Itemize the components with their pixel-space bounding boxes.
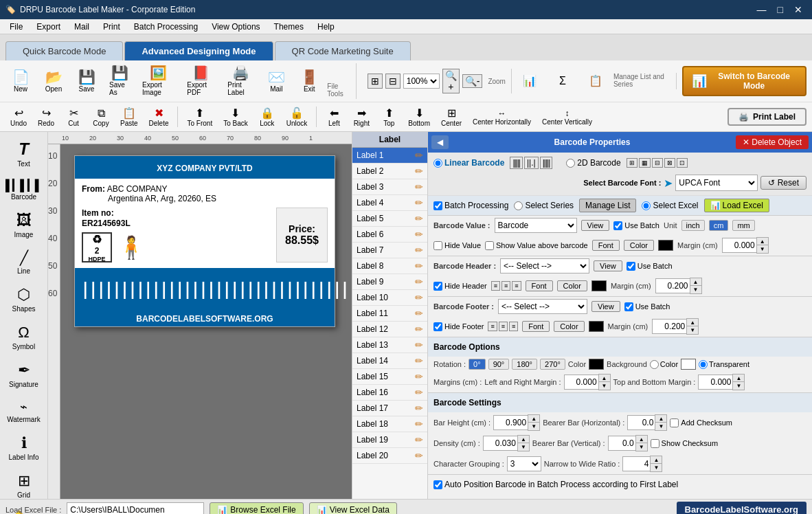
export-image-button[interactable]: 🖼️ Export Image	[137, 63, 179, 99]
view-excel-btn[interactable]: 📊 View Excel Data	[309, 502, 397, 515]
footer-margin-input[interactable]	[652, 319, 686, 334]
header-align-center[interactable]: ≡	[501, 281, 510, 291]
label-20-edit-icon[interactable]: ✏	[415, 450, 423, 461]
window-controls[interactable]: — □ ✕	[753, 4, 807, 15]
menu-batch[interactable]: Batch Processing	[127, 21, 205, 33]
hide-header-checkbox[interactable]: Hide Header	[433, 282, 487, 291]
bearer-v-up[interactable]: ▲	[636, 436, 647, 443]
use-batch-value-checkbox[interactable]: Use Batch	[613, 221, 659, 230]
barcode-footer-view-btn[interactable]: View	[591, 301, 620, 312]
save-as-button[interactable]: 💾 Save As	[104, 63, 135, 99]
header-color-btn[interactable]: Color	[557, 280, 587, 291]
menu-export[interactable]: Export	[30, 21, 67, 33]
bar-height-down[interactable]: ▼	[528, 423, 539, 430]
label-item-6[interactable]: Label 6✏	[352, 227, 427, 243]
label-item-14[interactable]: Label 14✏	[352, 353, 427, 369]
header-font-btn[interactable]: Font	[526, 280, 553, 291]
paste-btn[interactable]: 📋 Paste	[115, 104, 143, 130]
zoom-in-btn[interactable]: 🔍+	[442, 69, 460, 93]
back-button[interactable]: ◀	[431, 135, 449, 149]
barcode-font-select[interactable]: UPCA Font EAN13 Font Code128 Font	[675, 175, 758, 191]
label-item-17[interactable]: Label 17✏	[352, 401, 427, 416]
align-right-btn[interactable]: ➡ Right	[348, 104, 374, 130]
rot-90-btn[interactable]: 90°	[488, 359, 510, 370]
label-item-7[interactable]: Label 7✏	[352, 243, 427, 258]
label-15-edit-icon[interactable]: ✏	[415, 371, 423, 382]
bearer-v-down[interactable]: ▼	[636, 443, 647, 451]
delete-btn[interactable]: ✖ Delete	[144, 104, 174, 130]
label-19-edit-icon[interactable]: ✏	[415, 434, 423, 445]
bar-height-input[interactable]	[493, 415, 528, 430]
add-checksum-checkbox[interactable]: Add Checksum	[670, 418, 732, 427]
design-canvas[interactable]: XYZ COMPANY PVT/LTD From: ABC COMPANY Ar…	[60, 144, 352, 499]
narrow-up[interactable]: ▲	[651, 456, 662, 464]
label-18-edit-icon[interactable]: ✏	[415, 418, 423, 429]
label-9-edit-icon[interactable]: ✏	[415, 276, 423, 287]
label-item-18[interactable]: Label 18✏	[352, 416, 427, 432]
label-item-1[interactable]: Label 1 ✏	[352, 148, 427, 164]
to-front-btn[interactable]: ⬆ To Front	[182, 104, 217, 130]
bearer-v-input[interactable]	[608, 436, 635, 451]
lr-margin-up[interactable]: ▲	[599, 375, 610, 382]
label-design[interactable]: XYZ COMPANY PVT/LTD From: ABC COMPANY Ar…	[74, 155, 335, 327]
manage-list-btn3[interactable]: 📋	[580, 73, 611, 89]
footer-color-btn[interactable]: Color	[554, 321, 584, 332]
zoom-actual-btn[interactable]: ⊟	[385, 74, 401, 89]
unit-inch-btn[interactable]: inch	[681, 220, 705, 231]
cut-btn[interactable]: ✂ Cut	[60, 104, 87, 130]
show-value-above-checkbox[interactable]: Show Value above barcode	[485, 241, 588, 250]
minimize-btn[interactable]: —	[753, 4, 771, 15]
2d-icon-3[interactable]: ⊟	[652, 158, 663, 168]
barcode-header-view-btn[interactable]: View	[594, 260, 622, 271]
label-item-4[interactable]: Label 4✏	[352, 195, 427, 211]
redo-btn[interactable]: ↪ Redo	[33, 104, 59, 130]
label-item-5[interactable]: Label 5✏	[352, 211, 427, 227]
export-pdf-button[interactable]: 📕 Export PDF	[182, 63, 220, 99]
density-down[interactable]: ▼	[518, 443, 529, 451]
mail-button[interactable]: ✉️ Mail	[261, 67, 291, 96]
unlock-btn[interactable]: 🔓 Unlock	[282, 104, 313, 130]
label-6-edit-icon[interactable]: ✏	[415, 229, 423, 240]
label-12-edit-icon[interactable]: ✏	[415, 324, 423, 335]
sidebar-tool-watermark[interactable]: ⌁ Watermark	[3, 394, 45, 428]
label-item-15[interactable]: Label 15✏	[352, 369, 427, 385]
menu-print[interactable]: Print	[96, 21, 127, 33]
hide-footer-checkbox[interactable]: Hide Footer	[433, 322, 484, 331]
barcode-footer-select[interactable]: <-- Select -->	[498, 299, 587, 314]
exit-button[interactable]: 🚪 Exit	[294, 67, 324, 96]
excel-file-path-input[interactable]	[67, 502, 204, 515]
label-item-11[interactable]: Label 11✏	[352, 306, 427, 322]
zoom-select[interactable]: 100%50%75%125%150%	[403, 74, 440, 89]
value-margin-up[interactable]: ▲	[757, 238, 768, 245]
transparent-radio[interactable]: Transparent	[699, 360, 749, 369]
zoom-out-btn[interactable]: 🔍-	[462, 74, 483, 88]
menu-view-options[interactable]: View Options	[205, 21, 267, 33]
align-bottom-btn[interactable]: ⬇ Bottom	[403, 104, 435, 130]
barcode-value-view-btn[interactable]: View	[581, 220, 610, 231]
label-3-edit-icon[interactable]: ✏	[415, 181, 423, 192]
tb-margin-down[interactable]: ▼	[733, 382, 744, 390]
label-4-edit-icon[interactable]: ✏	[415, 197, 423, 208]
menu-themes[interactable]: Themes	[267, 21, 311, 33]
to-back-btn[interactable]: ⬇ To Back	[218, 104, 253, 130]
header-margin-input[interactable]	[655, 278, 690, 293]
load-excel-btn[interactable]: 📊 Load Excel	[704, 199, 769, 212]
print-label-toolbar-button[interactable]: 🖨️ Print Label	[223, 63, 258, 99]
zoom-fit-btn[interactable]: ⊞	[368, 74, 383, 89]
sidebar-tool-image[interactable]: 🖼 Image	[3, 207, 45, 243]
2d-icon-1[interactable]: ⊞	[627, 158, 638, 168]
label-item-8[interactable]: Label 8✏	[352, 258, 427, 274]
select-series-radio[interactable]: Select Series	[514, 201, 574, 210]
bc-icon-3[interactable]: |||||	[540, 157, 553, 169]
tab-quick-barcode[interactable]: Quick Barcode Mode	[5, 41, 123, 60]
char-group-select[interactable]: 3124	[507, 456, 541, 471]
use-batch-footer-checkbox[interactable]: Use Batch	[624, 302, 670, 311]
rot-270-btn[interactable]: 270°	[540, 359, 565, 370]
tb-margin-up[interactable]: ▲	[733, 375, 744, 382]
value-font-btn[interactable]: Font	[592, 240, 620, 251]
open-button[interactable]: 📂 Open	[38, 67, 69, 96]
sidebar-tool-grid[interactable]: ⊞ Grid	[3, 467, 45, 504]
sidebar-tool-label-info[interactable]: ℹ Label Info	[3, 429, 45, 466]
density-input[interactable]	[483, 436, 517, 451]
2d-icon-2[interactable]: ▦	[639, 158, 651, 168]
